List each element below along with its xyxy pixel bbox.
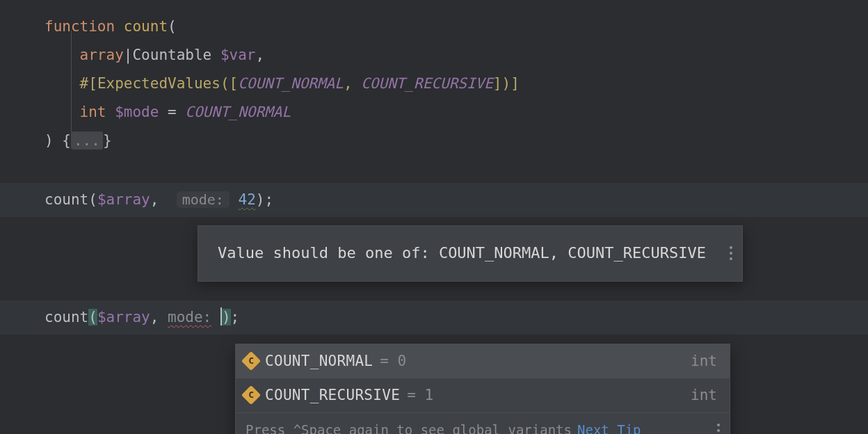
code-line-call1[interactable]: count($array, mode: 42); (0, 183, 868, 217)
completion-item-type: int (691, 381, 717, 410)
next-tip-link[interactable]: Next Tip (577, 417, 641, 434)
type-int: int (80, 104, 106, 120)
inspection-tooltip: Value should be one of: COUNT_NORMAL, CO… (198, 225, 743, 282)
code-line-attribute[interactable]: #[ExpectedValues([COUNT_NORMAL, COUNT_RE… (0, 70, 868, 98)
footer-hint-text: Press ^Space again to see global variant… (246, 417, 572, 434)
blank-line (0, 155, 868, 183)
parameter-hint: mode: (177, 191, 230, 208)
param-mode: $mode (115, 104, 159, 120)
code-line-call2[interactable]: count($array, mode: ); (0, 300, 868, 335)
attr-close: ] (511, 75, 520, 92)
completion-item-0[interactable]: C COUNT_NORMAL = 0 int (236, 344, 730, 378)
completion-item-type: int (691, 347, 717, 376)
completion-item-1[interactable]: C COUNT_RECURSIVE = 1 int (236, 378, 730, 412)
default-const: COUNT_NORMAL (185, 104, 291, 120)
type-countable: Countable (132, 47, 211, 63)
code-line-param1[interactable]: array|Countable $var, (0, 41, 868, 70)
kebab-icon[interactable] (717, 424, 720, 434)
call2-open-match: ( (88, 309, 97, 326)
comma: , (255, 47, 264, 63)
call1-comma: , (150, 191, 159, 208)
completion-item-value: = 0 (380, 347, 406, 376)
completion-item-name: COUNT_NORMAL (265, 347, 373, 376)
param-var: $var (220, 47, 256, 63)
function-name: count (124, 18, 168, 35)
attr-comma: , (344, 75, 361, 92)
code-line-close-sig[interactable]: ) {...} (0, 127, 868, 155)
attr-paren-open: ([ (220, 75, 238, 92)
paren-open: ( (168, 18, 177, 35)
completion-item-name: COUNT_RECURSIVE (265, 381, 400, 410)
call2-semi: ; (231, 309, 240, 326)
call2-close-match: ) (222, 309, 231, 326)
code-line-func-decl[interactable]: function count( (0, 13, 868, 41)
attr-open: #[ (80, 75, 97, 92)
completion-footer: Press ^Space again to see global variant… (236, 412, 730, 434)
close-sig: ) { (45, 132, 71, 149)
kebab-icon[interactable] (730, 246, 732, 260)
completion-item-value: = 1 (407, 381, 433, 410)
equals: = (159, 104, 185, 120)
tooltip-text: Value should be one of: COUNT_NORMAL, CO… (218, 239, 706, 268)
completion-popup: C COUNT_NORMAL = 0 int C COUNT_RECURSIVE… (235, 344, 730, 434)
attr-const1: COUNT_NORMAL (238, 75, 344, 92)
call2-comma: , (150, 309, 159, 326)
constant-icon: C (241, 351, 261, 371)
code-fold[interactable]: ... (71, 131, 103, 150)
call1-close: ); (256, 191, 273, 208)
keyword-function: function (45, 18, 115, 35)
call2-fn: count (45, 309, 88, 326)
call1-open: ( (88, 191, 97, 208)
attr-const2: COUNT_RECURSIVE (361, 75, 493, 92)
call2-arg1: $array (97, 309, 150, 326)
call2-hint-mode: mode: (168, 309, 211, 326)
attr-paren-close: ]) (493, 75, 511, 92)
union-pipe: | (124, 47, 133, 63)
type-array: array (80, 47, 124, 63)
code-line-param2[interactable]: int $mode = COUNT_NORMAL (0, 98, 868, 127)
constant-icon: C (241, 385, 261, 405)
call1-fn: count (45, 191, 88, 208)
call1-arg1: $array (97, 191, 150, 208)
attr-name: ExpectedValues (97, 75, 220, 92)
call1-value-42: 42 (239, 191, 256, 208)
close-brace: } (103, 132, 112, 149)
